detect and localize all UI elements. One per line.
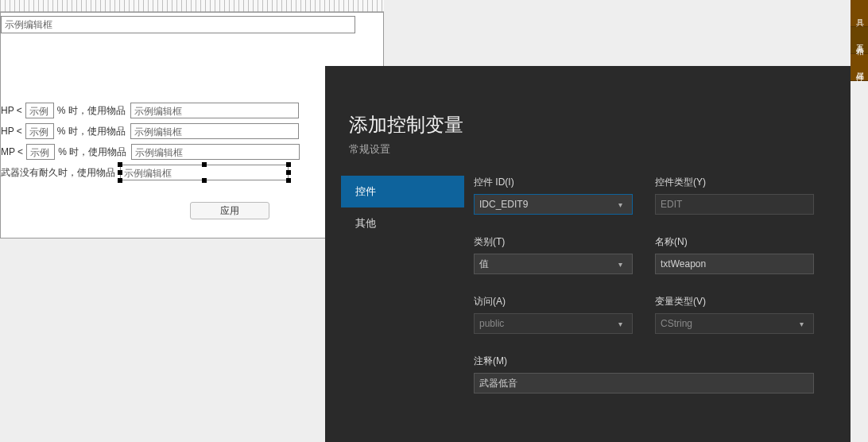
- top-sample-edit[interactable]: 示例编辑框: [1, 16, 355, 33]
- right-tab[interactable]: 具: [851, 0, 868, 27]
- right-tab[interactable]: 属性: [851, 54, 868, 81]
- row-prefix: HP <: [1, 105, 22, 116]
- row4-prefix: 武器没有耐久时，使用物品: [1, 166, 115, 180]
- control-id-value: IDC_EDIT9: [479, 199, 528, 210]
- add-variable-wizard: 添加控制变量 常规设置 控件 其他 控件 ID(I) IDC_EDIT9 ▾ 控…: [325, 66, 851, 442]
- vartype-combo: CString ▾: [655, 313, 814, 334]
- wizard-form: 控件 ID(I) IDC_EDIT9 ▾ 控件类型(Y) EDIT 类别(T): [464, 176, 836, 442]
- control-id-combo[interactable]: IDC_EDIT9 ▾: [474, 194, 633, 215]
- pct-edit[interactable]: 示例: [25, 123, 54, 139]
- chevron-down-icon: ▾: [613, 320, 627, 328]
- category-combo[interactable]: 值 ▾: [474, 254, 633, 274]
- resize-handle[interactable]: [118, 162, 122, 167]
- chevron-down-icon: ▾: [613, 260, 627, 269]
- wizard-title: 添加控制变量: [349, 112, 851, 138]
- row-mid: % 时，使用物品: [57, 104, 126, 118]
- access-label: 访问(A): [474, 295, 633, 308]
- resize-handle[interactable]: [202, 178, 207, 183]
- resize-handle[interactable]: [118, 178, 122, 183]
- resize-handle[interactable]: [286, 170, 291, 175]
- row-mid: % 时，使用物品: [57, 125, 126, 138]
- comment-field[interactable]: [474, 373, 814, 394]
- condition-row-selected: 武器没有耐久时，使用物品 示例编辑框: [1, 162, 300, 183]
- row-prefix: HP <: [1, 126, 22, 137]
- wizard-subtitle: 常规设置: [349, 142, 851, 157]
- chevron-down-icon: ▾: [613, 200, 627, 209]
- control-type-label: 控件类型(Y): [655, 176, 814, 189]
- condition-row: HP < 示例 % 时，使用物品 示例编辑框: [1, 100, 300, 121]
- apply-button[interactable]: 应用: [190, 202, 269, 219]
- vartype-label: 变量类型(V): [655, 295, 814, 308]
- right-tool-tabs: 具 工具箱 属性: [851, 0, 868, 81]
- row-prefix: MP <: [1, 146, 23, 157]
- name-field[interactable]: [655, 254, 814, 274]
- resize-handle[interactable]: [286, 162, 291, 167]
- horizontal-ruler: [0, 0, 384, 12]
- comment-input[interactable]: [479, 378, 808, 389]
- category-value: 值: [479, 258, 489, 271]
- row-mid: % 时，使用物品: [58, 145, 126, 159]
- item-edit[interactable]: 示例编辑框: [131, 144, 300, 160]
- control-type-field: EDIT: [655, 194, 814, 215]
- control-id-label: 控件 ID(I): [474, 176, 633, 189]
- right-tab[interactable]: 工具箱: [851, 27, 868, 54]
- name-input[interactable]: [661, 258, 808, 269]
- category-label: 类别(T): [474, 235, 633, 249]
- selected-control[interactable]: 示例编辑框: [120, 165, 289, 180]
- vartype-value: CString: [661, 318, 692, 329]
- item-edit[interactable]: 示例编辑框: [130, 123, 299, 139]
- nav-other[interactable]: 其他: [341, 207, 464, 239]
- nav-control[interactable]: 控件: [341, 176, 464, 207]
- condition-row: MP < 示例 % 时，使用物品 示例编辑框: [1, 142, 300, 162]
- pct-edit[interactable]: 示例: [25, 103, 54, 118]
- access-combo: public ▾: [474, 313, 633, 334]
- resize-handle[interactable]: [286, 178, 291, 183]
- chevron-down-icon: ▾: [794, 320, 808, 328]
- pct-edit[interactable]: 示例: [26, 144, 55, 160]
- wizard-nav: 控件 其他: [341, 176, 464, 442]
- resize-handle[interactable]: [118, 170, 122, 175]
- item-edit[interactable]: 示例编辑框: [130, 103, 299, 118]
- resize-handle[interactable]: [202, 162, 207, 167]
- name-label: 名称(N): [655, 235, 814, 249]
- access-value: public: [479, 318, 504, 329]
- condition-row: HP < 示例 % 时，使用物品 示例编辑框: [1, 121, 300, 142]
- comment-label: 注释(M): [474, 355, 814, 368]
